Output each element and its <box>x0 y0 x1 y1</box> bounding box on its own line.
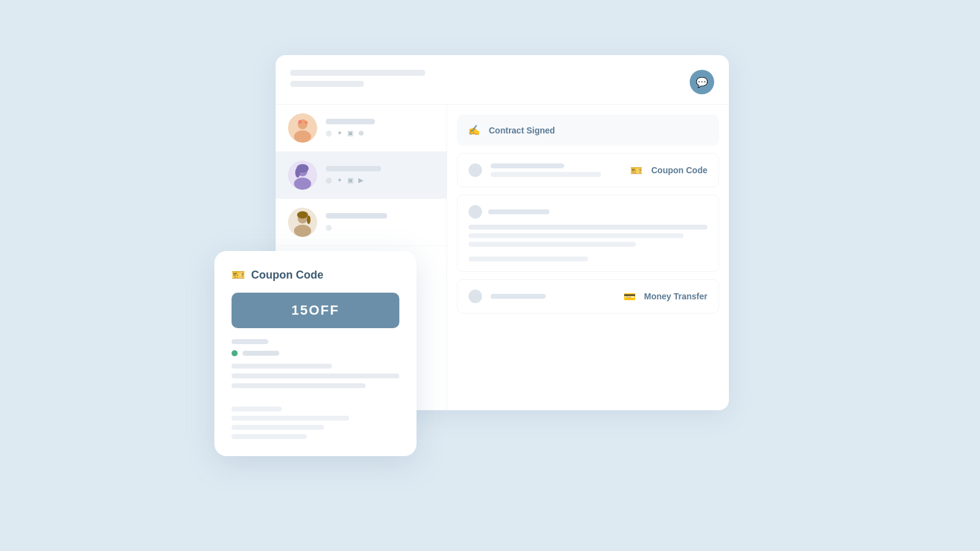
msg-line-4 <box>469 257 588 261</box>
user-info: ◎ ✦ ▣ ⊕ <box>326 119 434 137</box>
contract-label: Contract Signed <box>489 126 555 135</box>
avatar <box>288 113 317 143</box>
message-body-lines <box>469 225 707 261</box>
notification-coupon[interactable]: 🎫 Coupon Code <box>457 153 719 187</box>
user-name-skeleton <box>326 119 375 124</box>
coupon-label: Coupon Code <box>651 165 707 175</box>
coupon-body-line-3 <box>232 383 366 388</box>
svg-point-14 <box>297 211 308 219</box>
header-skeleton-line-1 <box>290 70 425 76</box>
msg-line-1 <box>469 225 707 230</box>
coupon-footer-line-1 <box>232 407 282 411</box>
instagram-icon: ◎ <box>326 176 332 184</box>
notification-contract[interactable]: ✍️ Contract Signed <box>457 114 719 146</box>
header-skeleton-line-2 <box>290 81 364 87</box>
svg-point-5 <box>305 121 308 124</box>
facebook-icon: ▣ <box>347 176 353 184</box>
money-lines <box>491 294 615 299</box>
main-card-header: 💬 <box>276 55 729 105</box>
coupon-footer-line-4 <box>232 434 307 439</box>
header-lines <box>290 70 425 87</box>
coupon-code-box[interactable]: 15OFF <box>232 293 399 328</box>
coupon-card: 🎫 Coupon Code 15OFF <box>214 251 417 456</box>
svg-point-15 <box>307 216 311 224</box>
svg-point-10 <box>295 168 300 178</box>
coupon-lines <box>491 163 622 177</box>
coupon-footer-line-2 <box>232 416 349 421</box>
coupon-icon: 🎫 <box>630 165 643 176</box>
user-info: ◎ ✦ ▣ ▶ <box>326 166 434 184</box>
svg-point-2 <box>294 130 311 143</box>
coupon-status-row <box>232 350 399 356</box>
coupon-card-header: 🎫 Coupon Code <box>232 268 399 282</box>
money-skeleton-circle <box>469 290 482 303</box>
coupon-card-title: Coupon Code <box>251 269 323 282</box>
message-skeleton-title <box>488 209 549 214</box>
coupon-skeleton-short <box>491 163 564 168</box>
svg-point-3 <box>298 120 302 124</box>
money-label: Money Transfer <box>644 291 707 301</box>
instagram-icon: ◎ <box>326 223 332 231</box>
status-text-skeleton <box>243 351 279 356</box>
notifications-panel: ✍️ Contract Signed 🎫 Coupon Code <box>447 105 729 410</box>
avatar <box>288 208 317 237</box>
youtube-icon: ▶ <box>358 176 363 184</box>
status-dot <box>232 350 238 356</box>
notification-money[interactable]: 💳 Money Transfer <box>457 279 719 313</box>
svg-point-13 <box>294 225 311 237</box>
message-header <box>469 205 707 219</box>
social-icons: ◎ ✦ ▣ ⊕ <box>326 129 434 137</box>
money-skeleton-short <box>491 294 546 299</box>
coupon-body-line-1 <box>232 364 332 369</box>
svg-point-4 <box>303 119 305 122</box>
coupon-footer-lines <box>232 407 399 439</box>
user-info: ◎ <box>326 213 434 231</box>
coupon-footer-line-3 <box>232 425 324 430</box>
coupon-card-icon: 🎫 <box>232 268 245 282</box>
user-name-skeleton <box>326 213 387 219</box>
chat-bubble-button[interactable]: 💬 <box>690 70 714 94</box>
user-item[interactable]: ◎ ✦ ▣ ⊕ <box>276 105 447 152</box>
user-item[interactable]: ◎ <box>276 199 447 246</box>
facebook-icon: ▣ <box>347 129 353 137</box>
message-skeleton-circle <box>469 205 482 219</box>
coupon-skeleton-circle <box>469 163 482 177</box>
coupon-small-skeleton <box>232 339 268 344</box>
twitter-icon: ✦ <box>337 129 342 137</box>
rss-icon: ⊕ <box>358 129 364 137</box>
svg-point-8 <box>294 178 311 190</box>
user-item[interactable]: ◎ ✦ ▣ ▶ <box>276 152 447 199</box>
social-icons: ◎ ✦ ▣ ▶ <box>326 176 434 184</box>
notification-message[interactable] <box>457 195 719 272</box>
twitter-icon: ✦ <box>337 176 342 184</box>
coupon-body-lines <box>232 364 399 388</box>
social-icons: ◎ <box>326 223 434 231</box>
coupon-code-text: 15OFF <box>292 302 339 318</box>
scene: 💬 <box>214 55 766 496</box>
coupon-body-line-2 <box>232 373 399 378</box>
money-icon: 💳 <box>624 291 636 302</box>
user-name-skeleton <box>326 166 381 171</box>
chat-icon: 💬 <box>696 77 708 88</box>
msg-line-3 <box>469 242 636 247</box>
msg-line-2 <box>469 233 684 238</box>
coupon-skeleton-long <box>491 172 601 177</box>
avatar <box>288 160 317 190</box>
instagram-icon: ◎ <box>326 129 332 137</box>
contract-icon: ✍️ <box>468 124 480 136</box>
